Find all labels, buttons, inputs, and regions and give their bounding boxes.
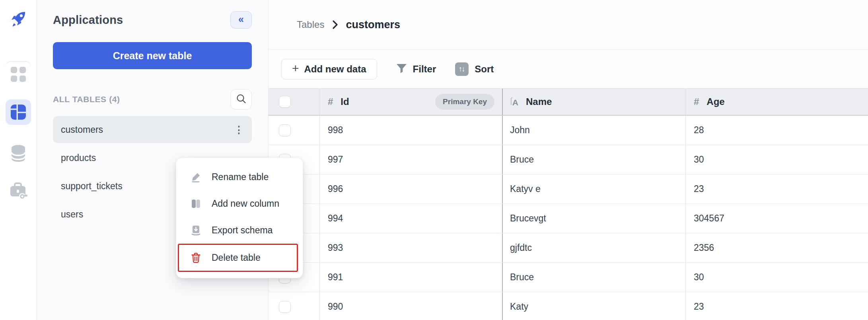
cell-id[interactable]: 993	[328, 242, 343, 253]
table-context-menu: Rename table Add new column Export sch	[176, 157, 303, 278]
table-row: 991 Bruce 30	[269, 263, 868, 292]
sort-button[interactable]: ↑↓ Sort	[455, 62, 494, 76]
add-new-data-button[interactable]: + Add new data	[281, 59, 377, 80]
table-row: 994 Brucevgt 304567	[269, 204, 868, 233]
cell-id[interactable]: 994	[328, 213, 343, 224]
plus-icon: +	[292, 62, 299, 74]
chevron-right-icon	[331, 20, 339, 29]
search-icon	[236, 93, 247, 105]
cell-name[interactable]: gjfdtc	[510, 242, 532, 253]
export-document-icon	[191, 225, 201, 236]
database-icon[interactable]	[6, 141, 31, 166]
cell-name[interactable]: Katyv e	[510, 184, 541, 194]
filter-button[interactable]: Filter	[396, 64, 436, 75]
table-row: 996 Katyv e 23	[269, 175, 868, 204]
create-new-table-button[interactable]: Create new table	[53, 42, 252, 69]
cell-name[interactable]: Bruce	[510, 154, 534, 165]
cell-age[interactable]: 23	[694, 184, 704, 194]
header-checkbox-cell	[269, 89, 320, 115]
columns-icon	[191, 199, 201, 209]
cell-age[interactable]: 30	[694, 272, 704, 283]
kebab-menu-icon[interactable]: ⋮	[234, 125, 244, 135]
table-row: 990 Katy 23	[269, 292, 868, 320]
trash-icon	[191, 252, 201, 263]
sort-icon: ↑↓	[455, 62, 469, 76]
breadcrumb-tables[interactable]: Tables	[297, 19, 324, 30]
cell-age[interactable]: 23	[694, 301, 704, 312]
table-name: customers	[61, 124, 103, 135]
menu-item-add-new-column[interactable]: Add new column	[176, 190, 303, 217]
table-toolbar: + Add new data Filter ↑↓ Sort	[269, 50, 868, 88]
cell-id[interactable]: 998	[328, 125, 343, 136]
cell-id[interactable]: 990	[328, 301, 343, 312]
cell-id[interactable]: 997	[328, 154, 343, 165]
rocket-logo-icon	[8, 9, 28, 29]
menu-item-rename-table[interactable]: Rename table	[176, 164, 303, 190]
menu-item-delete-table[interactable]: Delete table	[179, 245, 297, 271]
filter-icon	[396, 64, 407, 75]
table-name: products	[61, 153, 96, 163]
column-header-id[interactable]: # Id Primary Key	[320, 89, 503, 115]
cell-age[interactable]: 304567	[694, 213, 724, 224]
sidebar-title: Applications	[53, 14, 123, 27]
cell-age[interactable]: 30	[694, 154, 704, 165]
table-name: users	[61, 209, 83, 220]
search-tables-button[interactable]	[230, 89, 252, 110]
cell-age[interactable]: 2356	[694, 242, 714, 253]
pencil-icon	[191, 172, 201, 182]
cell-id[interactable]: 991	[328, 272, 343, 283]
text-type-icon: ſA	[510, 97, 518, 106]
column-header-age[interactable]: # Age	[686, 89, 868, 115]
cell-age[interactable]: 28	[694, 125, 704, 136]
icon-rail	[0, 0, 37, 320]
breadcrumb-current: customers	[346, 19, 400, 31]
data-table: # Id Primary Key ſA Name # Age 998	[269, 88, 868, 320]
table-row: 997 Bruce 30	[269, 145, 868, 175]
apps-grid-icon[interactable]	[6, 61, 31, 87]
select-all-checkbox[interactable]	[279, 96, 291, 108]
cell-name[interactable]: Brucevgt	[510, 213, 546, 224]
main-content: Tables customers + Add new data Filter	[269, 0, 868, 320]
briefcase-key-icon[interactable]	[6, 178, 31, 204]
table-row: 998 John 28	[269, 116, 868, 145]
tables-nav-icon[interactable]	[6, 99, 31, 125]
column-header-name[interactable]: ſA Name	[503, 89, 686, 115]
table-row: 993 gjfdtc 2356	[269, 233, 868, 263]
breadcrumb: Tables customers	[269, 0, 868, 50]
menu-item-export-schema[interactable]: Export schema	[176, 217, 303, 244]
all-tables-label: ALL TABLES (4)	[53, 95, 120, 104]
number-type-icon: #	[328, 96, 333, 107]
row-checkbox[interactable]	[279, 124, 291, 136]
cell-name[interactable]: Katy	[510, 301, 528, 312]
cell-name[interactable]: John	[510, 125, 530, 136]
primary-key-badge: Primary Key	[435, 94, 494, 110]
number-type-icon: #	[694, 96, 699, 107]
annotation-highlight-box: Delete table	[178, 244, 298, 272]
cell-id[interactable]: 996	[328, 184, 343, 194]
collapse-sidebar-button[interactable]: «	[230, 11, 252, 29]
cell-name[interactable]: Bruce	[510, 272, 534, 283]
table-name: support_tickets	[61, 181, 123, 192]
table-header-row: # Id Primary Key ſA Name # Age	[269, 89, 868, 116]
row-checkbox[interactable]	[279, 301, 291, 313]
app-screen: Applications « Create new table ALL TABL…	[0, 0, 868, 320]
chevrons-left-icon: «	[238, 14, 244, 25]
sidebar-item-customers[interactable]: customers ⋮	[53, 116, 252, 143]
